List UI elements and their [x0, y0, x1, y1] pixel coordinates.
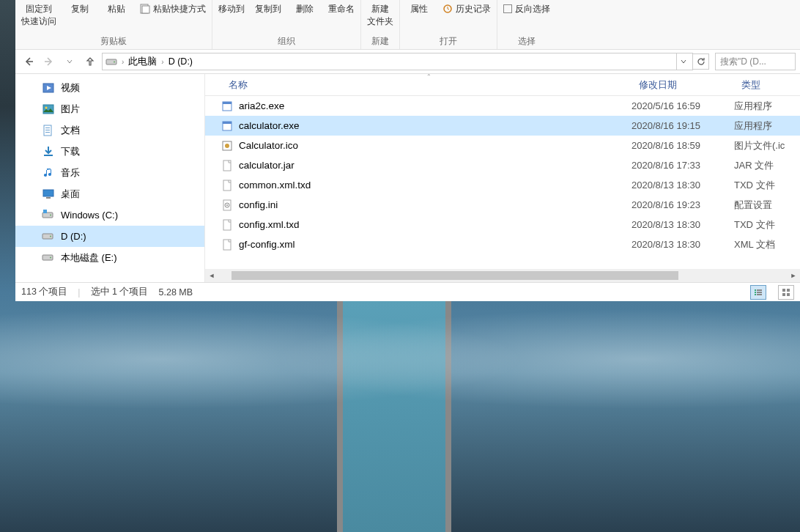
video-icon — [42, 81, 55, 95]
sidebar-item-video[interactable]: 视频 — [15, 77, 204, 98]
ribbon-group-organize: 移动到 复制到 删除 重命名 组织 — [212, 0, 361, 49]
breadcrumb-part[interactable]: D (D:) — [168, 56, 193, 67]
selection-size: 5.28 MB — [159, 287, 193, 298]
svg-rect-40 — [755, 294, 756, 295]
svg-rect-38 — [755, 292, 756, 293]
sidebar-item-music[interactable]: 音乐 — [15, 162, 204, 183]
back-button[interactable] — [20, 53, 37, 70]
delete-button[interactable]: 删除 — [292, 3, 318, 15]
file-icon — [221, 140, 233, 152]
pictures-icon — [42, 103, 55, 116]
column-type[interactable]: 类型 — [734, 74, 800, 95]
scroll-left-icon[interactable]: ◄ — [205, 272, 218, 279]
copy-button[interactable]: 复制 — [67, 3, 93, 15]
svg-point-18 — [50, 214, 51, 215]
sidebar-item-pictures[interactable]: 图片 — [15, 98, 204, 119]
svg-point-33 — [226, 204, 228, 206]
svg-rect-17 — [43, 210, 47, 213]
svg-rect-35 — [223, 240, 231, 250]
svg-rect-29 — [223, 160, 231, 171]
paste-button[interactable]: 粘贴 — [103, 3, 130, 15]
sidebar-item-label: D (D:) — [61, 231, 86, 242]
file-icon — [221, 100, 233, 112]
file-name: common.xml.txd — [239, 180, 311, 191]
sidebar-item-drive-win[interactable]: Windows (C:) — [15, 204, 204, 226]
file-type: 应用程序 — [734, 100, 800, 113]
svg-rect-10 — [45, 128, 50, 128]
file-name: aria2c.exe — [239, 100, 284, 111]
music-icon — [42, 166, 55, 180]
ribbon-group-label: 组织 — [218, 36, 355, 49]
file-type: 应用程序 — [734, 119, 800, 133]
copy-to-button[interactable]: 复制到 — [255, 3, 281, 15]
svg-rect-13 — [44, 155, 53, 156]
svg-point-4 — [114, 62, 115, 63]
table-row[interactable]: config.ini2020/8/16 19:23配置设置 — [205, 195, 800, 215]
recent-dropdown[interactable] — [61, 53, 78, 70]
file-date: 2020/8/16 18:59 — [632, 140, 734, 151]
table-row[interactable]: aria2c.exe2020/5/16 16:59应用程序 — [205, 96, 800, 116]
file-type: JAR 文件 — [734, 159, 800, 172]
file-type: TXD 文件 — [734, 179, 800, 192]
refresh-button[interactable] — [693, 53, 709, 70]
svg-rect-43 — [787, 289, 790, 292]
file-date: 2020/5/16 16:59 — [632, 100, 734, 111]
drive-icon — [105, 56, 117, 67]
thumbnails-view-button[interactable] — [778, 285, 794, 300]
sidebar-item-drive[interactable]: D (D:) — [15, 226, 204, 247]
sidebar-item-drive[interactable]: 本地磁盘 (E:) — [15, 247, 204, 268]
address-dropdown[interactable] — [676, 53, 689, 70]
sort-indicator-icon: ⌃ — [426, 73, 432, 80]
search-placeholder: 搜索"D (D... — [720, 56, 766, 68]
ribbon-group-label: 打开 — [406, 36, 491, 49]
sidebar-item-label: 下载 — [61, 145, 80, 158]
status-bar: 113 个项目 | 选中 1 个项目 5.28 MB — [15, 282, 800, 301]
sidebar-item-documents[interactable]: 文档 — [15, 119, 204, 141]
new-folder-button[interactable]: 新建 文件夹 — [367, 3, 393, 28]
table-row[interactable]: calculator.jar2020/8/16 17:33JAR 文件 — [205, 155, 800, 175]
scroll-right-icon[interactable]: ► — [787, 272, 800, 279]
forward-button[interactable] — [40, 53, 58, 70]
table-row[interactable]: Calculator.ico2020/8/16 18:59图片文件(.ic — [205, 136, 800, 155]
up-button[interactable] — [81, 53, 99, 70]
sidebar-item-label: Windows (C:) — [61, 210, 118, 221]
horizontal-scrollbar[interactable]: ◄ ► — [205, 269, 800, 282]
address-bar[interactable]: › 此电脑 › D (D:) — [102, 53, 693, 70]
svg-rect-42 — [782, 289, 785, 292]
breadcrumb-part[interactable]: 此电脑 — [128, 56, 157, 68]
table-row[interactable]: config.xml.txd2020/8/13 18:30TXD 文件 — [205, 215, 800, 234]
file-name: config.xml.txd — [239, 219, 300, 230]
invert-selection-button[interactable]: 反向选择 — [503, 3, 550, 15]
search-input[interactable]: 搜索"D (D... — [715, 53, 796, 70]
ribbon-group-clipboard: 固定到 快速访问 复制 粘贴 粘贴快捷方式 剪贴板 — [15, 0, 212, 49]
table-row[interactable]: gf-config.xml2020/8/13 18:30XML 文档 — [205, 234, 800, 254]
sidebar-item-downloads[interactable]: 下载 — [15, 141, 204, 162]
column-date[interactable]: 修改日期 — [632, 74, 734, 95]
shortcut-icon — [140, 4, 150, 14]
properties-button[interactable]: 属性 — [406, 3, 432, 15]
checkbox-icon — [503, 4, 512, 13]
column-name[interactable]: 名称 ⌃ — [221, 74, 632, 95]
svg-rect-41 — [757, 294, 762, 295]
scrollbar-thumb[interactable] — [232, 271, 678, 280]
pin-to-quick-access-button[interactable]: 固定到 快速访问 — [21, 3, 56, 28]
table-row[interactable]: calculator.exe2020/8/16 19:15应用程序 — [205, 116, 800, 136]
file-date: 2020/8/13 18:30 — [632, 219, 734, 230]
svg-rect-7 — [43, 105, 53, 114]
file-list-pane: 名称 ⌃ 修改日期 类型 aria2c.exe2020/5/16 16:59应用… — [205, 74, 800, 282]
paste-shortcut-button[interactable]: 粘贴快捷方式 — [140, 3, 206, 15]
rename-button[interactable]: 重命名 — [328, 3, 355, 15]
history-button[interactable]: 历史记录 — [442, 3, 491, 15]
svg-rect-39 — [757, 292, 762, 293]
details-view-button[interactable] — [750, 285, 766, 300]
sidebar-item-desktop[interactable]: 桌面 — [15, 183, 204, 204]
svg-rect-34 — [223, 220, 231, 230]
svg-rect-26 — [223, 122, 232, 124]
move-to-button[interactable]: 移动到 — [218, 3, 245, 15]
table-row[interactable]: common.xml.txd2020/8/13 18:30TXD 文件 — [205, 175, 800, 195]
file-type: 配置设置 — [734, 199, 800, 212]
drive-win-icon — [42, 209, 55, 222]
file-date: 2020/8/16 17:33 — [632, 160, 734, 171]
chevron-right-icon: › — [122, 58, 124, 66]
drive-icon — [42, 230, 55, 243]
